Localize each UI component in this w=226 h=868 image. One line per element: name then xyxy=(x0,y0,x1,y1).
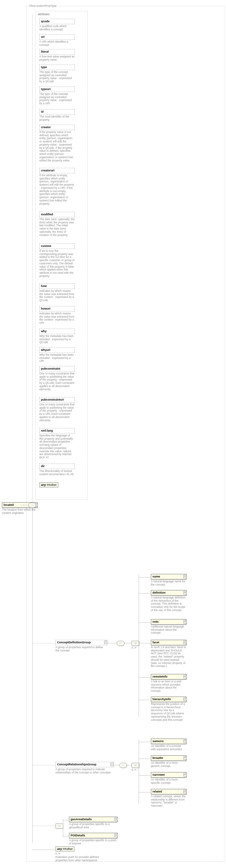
child-label: narrower xyxy=(152,773,165,776)
expand-icon: + xyxy=(183,756,187,760)
attr-label: pubconstrainturi xyxy=(41,398,64,401)
child-desc: In NAR 1.8 and later, facet is deprecate… xyxy=(151,646,186,668)
child-label: remoteInfo xyxy=(152,675,167,678)
attr-label: xml:lang xyxy=(41,429,53,432)
group-conceptdefinition: ConceptDefinitionGroup − A group of prop… xyxy=(55,640,107,652)
sequence-icon: ··· xyxy=(119,763,127,768)
attr-desc: Indicates by which means the value was e… xyxy=(39,289,75,302)
child-any-other: any ##other 0..∞ Extension point for pro… xyxy=(55,846,104,862)
group-label: ConceptRelationshipsGroup xyxy=(57,763,97,766)
attr-label: pubconstraint xyxy=(41,367,60,370)
choice-icon: ⌥ xyxy=(131,641,139,646)
child-facet: facet+ In NAR 1.8 and later, facet is de… xyxy=(151,640,186,668)
expand-icon: + xyxy=(183,773,187,776)
cardinality-label: 0..∞ xyxy=(131,768,137,771)
attr-xmllang: xml:lang Specifies the language of this … xyxy=(39,428,75,459)
child-definition: definition+ A natural language definitio… xyxy=(151,590,186,612)
child-desc: A natural language name for the concept. xyxy=(151,580,186,587)
attr-desc: The local identifier of the property. xyxy=(39,115,75,122)
child-label: geoAreaDetails xyxy=(71,818,92,821)
child-sameas: sameAs+ An identifier of a concept with … xyxy=(151,739,186,751)
attr-typeuri: typeuri The type of the concept assigned… xyxy=(39,87,75,105)
attr-label: how xyxy=(41,284,47,288)
child-desc: A link to an item or a web resource whic… xyxy=(151,680,186,693)
attr-label: howuri xyxy=(41,307,51,310)
attr-label: literal xyxy=(41,50,49,53)
expand-icon: + xyxy=(183,575,187,578)
attr-desc: The type of the concept assigned as cont… xyxy=(39,71,75,83)
attr-modified: modified The date (and, optionally, the … xyxy=(39,212,75,237)
attr-label: uri xyxy=(41,35,45,38)
attributes-heading: attributes xyxy=(38,12,50,16)
choice-icon: ⌥ xyxy=(131,763,139,768)
child-geoareadetails: geoAreaDetails+ A group of properties sp… xyxy=(69,817,117,829)
child-label: name xyxy=(152,575,160,578)
attr-label: creator xyxy=(41,126,51,129)
any-other-desc: Extension point for provider-defined pro… xyxy=(55,856,104,862)
attr-pubconstrainturi: pubconstrainturi One or many constraints… xyxy=(39,397,75,422)
expand-icon: + xyxy=(114,818,118,821)
attr-desc: Indicates by which means the value was e… xyxy=(39,312,75,325)
attr-desc: The directionality of textual content (e… xyxy=(39,470,75,476)
group-conceptrelationships: ConceptRelationshipsGroup − A group of p… xyxy=(55,762,113,774)
child-desc: A group of properties specific to a poin… xyxy=(69,839,117,845)
child-label: POIDetails xyxy=(71,834,85,837)
attr-how: how Indicates by which means the value w… xyxy=(39,283,75,302)
group-desc: A group of properties required to indica… xyxy=(55,768,112,774)
attr-desc: One or many constraints that apply to pu… xyxy=(39,372,75,391)
child-label: broader xyxy=(152,756,163,760)
child-desc: Additional natural language information … xyxy=(151,625,186,634)
attr-uri: uri A URI which identifies a concept. xyxy=(39,34,75,46)
attr-label: whyuri xyxy=(41,348,50,351)
cardinality-label: 0..∞ xyxy=(131,646,137,649)
expand-icon: + xyxy=(183,641,187,644)
child-desc: An identifier of a concept with equivale… xyxy=(151,745,186,751)
attr-dir: dir The directionality of textual conten… xyxy=(39,464,75,476)
attr-creator: creator If the property value is not def… xyxy=(39,125,75,162)
attr-pubconstraint: pubconstraint One or many constraints th… xyxy=(39,366,75,391)
expand-icon: − xyxy=(104,641,107,644)
any-other-label: ##other xyxy=(47,483,57,487)
attr-creatoruri: creatoruri If the attribute is empty, sp… xyxy=(39,168,75,205)
child-related: related+ A related concept, where the re… xyxy=(151,789,186,808)
child-label: sameAs xyxy=(152,740,164,743)
expand-icon: + xyxy=(183,620,187,623)
child-label: facet xyxy=(152,641,159,644)
child-desc: An identifier of a more specific concept… xyxy=(151,778,186,785)
attr-label: id xyxy=(41,110,43,113)
attr-desc: One or many constraints that apply to pu… xyxy=(39,403,75,422)
any-other-label: ##other xyxy=(63,847,73,850)
attr-why: why Why the metadata has been included -… xyxy=(39,329,75,344)
group-label: ConceptDefinitionGroup xyxy=(57,641,91,644)
attr-custom: custom If set to true the corresponding … xyxy=(39,243,75,278)
attr-literal: literal A free-text value assigned as pr… xyxy=(39,49,75,61)
attr-desc: Specifies the language of this property … xyxy=(39,434,75,459)
cardinality-label: 0..∞ xyxy=(55,852,104,855)
expand-icon: + xyxy=(183,675,187,678)
child-poidetails: POIDetails+ A group of properties specif… xyxy=(69,833,117,845)
attr-label: why xyxy=(41,330,47,333)
attr-desc: Why the metadata has been included - exp… xyxy=(39,353,75,363)
choice-icon: ⌥ xyxy=(55,824,63,829)
child-label: related xyxy=(152,790,162,793)
attr-label: dir xyxy=(41,465,45,468)
attr-label: type xyxy=(41,65,47,69)
attr-desc: If the property value is not defined, sp… xyxy=(39,131,75,162)
child-name: name+ A natural language name for the co… xyxy=(151,574,186,586)
child-desc: A related concept, where the relationshi… xyxy=(151,795,186,808)
attr-any-other: any ##other xyxy=(39,482,59,488)
attr-label: typeuri xyxy=(41,88,51,91)
attr-qcode: qcode A qualified code which identifies … xyxy=(39,19,75,31)
attr-desc: A free-text value assigned as property v… xyxy=(39,55,75,62)
any-keyword: any xyxy=(57,847,62,850)
expand-icon: + xyxy=(183,740,187,743)
attr-type: type The type of the concept assigned as… xyxy=(39,65,75,83)
attr-label: creatoruri xyxy=(41,169,54,172)
type-label: FlexLocationPropType xyxy=(29,4,58,7)
child-label: hierarchyInfo xyxy=(152,698,171,701)
child-label: definition xyxy=(152,591,166,594)
attr-desc: The type of the concept assigned as cont… xyxy=(39,93,75,105)
located-label: located xyxy=(4,503,14,506)
child-desc: Represents the position of a concept in … xyxy=(151,703,186,722)
attr-id: id The local identifier of the property. xyxy=(39,109,75,121)
